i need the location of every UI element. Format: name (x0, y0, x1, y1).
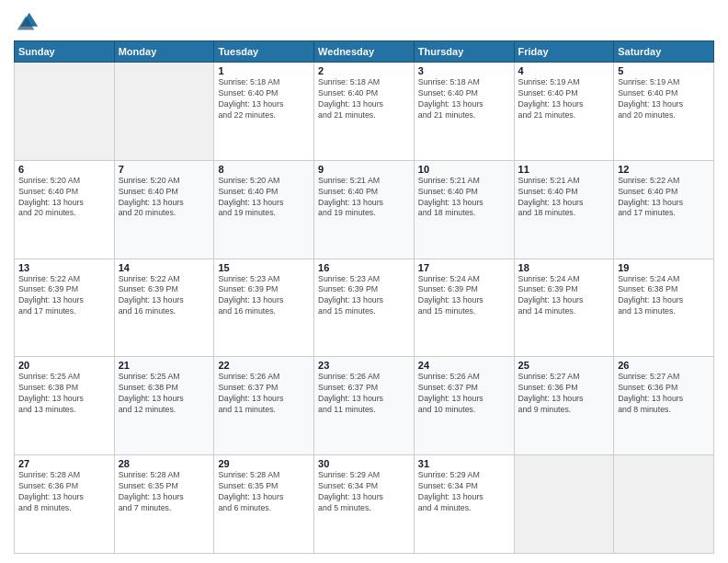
day-info: Sunrise: 5:22 AM Sunset: 6:39 PM Dayligh… (18, 274, 110, 318)
day-number: 13 (18, 262, 110, 273)
day-info: Sunrise: 5:18 AM Sunset: 6:40 PM Dayligh… (418, 77, 510, 121)
day-number: 18 (518, 262, 610, 273)
day-cell (114, 63, 214, 161)
day-number: 10 (418, 164, 510, 175)
day-number: 21 (119, 360, 210, 371)
day-info: Sunrise: 5:23 AM Sunset: 6:39 PM Dayligh… (218, 274, 310, 318)
day-header-wednesday: Wednesday (314, 41, 415, 63)
day-cell (514, 455, 614, 554)
day-info: Sunrise: 5:24 AM Sunset: 6:38 PM Dayligh… (618, 274, 710, 318)
day-header-thursday: Thursday (414, 41, 514, 63)
day-cell: 31Sunrise: 5:29 AM Sunset: 6:34 PM Dayli… (414, 455, 514, 554)
day-info: Sunrise: 5:29 AM Sunset: 6:34 PM Dayligh… (318, 470, 410, 514)
day-number: 27 (18, 458, 110, 469)
day-info: Sunrise: 5:25 AM Sunset: 6:38 PM Dayligh… (18, 372, 110, 416)
day-cell: 17Sunrise: 5:24 AM Sunset: 6:39 PM Dayli… (414, 259, 514, 357)
day-info: Sunrise: 5:27 AM Sunset: 6:36 PM Dayligh… (518, 372, 610, 416)
day-header-sunday: Sunday (15, 41, 115, 63)
day-info: Sunrise: 5:26 AM Sunset: 6:37 PM Dayligh… (418, 372, 510, 416)
day-cell: 16Sunrise: 5:23 AM Sunset: 6:39 PM Dayli… (314, 259, 415, 357)
day-info: Sunrise: 5:29 AM Sunset: 6:34 PM Dayligh… (418, 470, 510, 514)
day-cell: 24Sunrise: 5:26 AM Sunset: 6:37 PM Dayli… (414, 357, 514, 455)
day-info: Sunrise: 5:21 AM Sunset: 6:40 PM Dayligh… (418, 176, 510, 220)
day-cell (614, 455, 714, 554)
day-info: Sunrise: 5:18 AM Sunset: 6:40 PM Dayligh… (218, 77, 310, 121)
day-info: Sunrise: 5:18 AM Sunset: 6:40 PM Dayligh… (318, 77, 410, 121)
day-number: 29 (218, 458, 310, 469)
day-cell: 4Sunrise: 5:19 AM Sunset: 6:40 PM Daylig… (514, 63, 614, 161)
week-row-4: 20Sunrise: 5:25 AM Sunset: 6:38 PM Dayli… (15, 357, 714, 455)
day-cell: 9Sunrise: 5:21 AM Sunset: 6:40 PM Daylig… (314, 160, 415, 259)
day-number: 7 (119, 164, 210, 175)
day-cell: 12Sunrise: 5:22 AM Sunset: 6:40 PM Dayli… (614, 160, 714, 259)
day-cell: 11Sunrise: 5:21 AM Sunset: 6:40 PM Dayli… (514, 160, 614, 259)
day-header-saturday: Saturday (614, 41, 714, 63)
week-row-5: 27Sunrise: 5:28 AM Sunset: 6:36 PM Dayli… (15, 455, 714, 554)
day-number: 17 (418, 262, 510, 273)
day-cell: 21Sunrise: 5:25 AM Sunset: 6:38 PM Dayli… (114, 357, 214, 455)
day-info: Sunrise: 5:26 AM Sunset: 6:37 PM Dayligh… (318, 372, 410, 416)
day-cell: 18Sunrise: 5:24 AM Sunset: 6:39 PM Dayli… (514, 259, 614, 357)
day-header-friday: Friday (514, 41, 614, 63)
day-info: Sunrise: 5:25 AM Sunset: 6:38 PM Dayligh… (119, 372, 210, 416)
day-header-monday: Monday (114, 41, 214, 63)
day-number: 1 (218, 65, 310, 76)
day-info: Sunrise: 5:22 AM Sunset: 6:39 PM Dayligh… (119, 274, 210, 318)
day-number: 23 (318, 360, 410, 371)
day-number: 24 (418, 360, 510, 371)
day-cell: 10Sunrise: 5:21 AM Sunset: 6:40 PM Dayli… (414, 160, 514, 259)
day-header-tuesday: Tuesday (214, 41, 314, 63)
day-info: Sunrise: 5:21 AM Sunset: 6:40 PM Dayligh… (518, 176, 610, 220)
day-cell: 15Sunrise: 5:23 AM Sunset: 6:39 PM Dayli… (214, 259, 314, 357)
day-cell (15, 63, 115, 161)
calendar-table: SundayMondayTuesdayWednesdayThursdayFrid… (14, 40, 714, 554)
day-number: 12 (618, 164, 710, 175)
logo-icon (14, 9, 40, 35)
day-number: 30 (318, 458, 410, 469)
header-row: SundayMondayTuesdayWednesdayThursdayFrid… (15, 41, 714, 63)
day-cell: 25Sunrise: 5:27 AM Sunset: 6:36 PM Dayli… (514, 357, 614, 455)
day-info: Sunrise: 5:28 AM Sunset: 6:35 PM Dayligh… (218, 470, 310, 514)
day-cell: 30Sunrise: 5:29 AM Sunset: 6:34 PM Dayli… (314, 455, 415, 554)
day-cell: 28Sunrise: 5:28 AM Sunset: 6:35 PM Dayli… (114, 455, 214, 554)
day-cell: 6Sunrise: 5:20 AM Sunset: 6:40 PM Daylig… (15, 160, 115, 259)
day-number: 6 (18, 164, 110, 175)
day-info: Sunrise: 5:24 AM Sunset: 6:39 PM Dayligh… (518, 274, 610, 318)
day-info: Sunrise: 5:22 AM Sunset: 6:40 PM Dayligh… (618, 176, 710, 220)
week-row-1: 1Sunrise: 5:18 AM Sunset: 6:40 PM Daylig… (15, 63, 714, 161)
week-row-3: 13Sunrise: 5:22 AM Sunset: 6:39 PM Dayli… (15, 259, 714, 357)
day-number: 25 (518, 360, 610, 371)
header (14, 9, 714, 35)
day-cell: 1Sunrise: 5:18 AM Sunset: 6:40 PM Daylig… (214, 63, 314, 161)
day-number: 20 (18, 360, 110, 371)
day-info: Sunrise: 5:28 AM Sunset: 6:35 PM Dayligh… (119, 470, 210, 514)
day-cell: 8Sunrise: 5:20 AM Sunset: 6:40 PM Daylig… (214, 160, 314, 259)
day-number: 14 (119, 262, 210, 273)
day-cell: 19Sunrise: 5:24 AM Sunset: 6:38 PM Dayli… (614, 259, 714, 357)
day-cell: 5Sunrise: 5:19 AM Sunset: 6:40 PM Daylig… (614, 63, 714, 161)
day-cell: 23Sunrise: 5:26 AM Sunset: 6:37 PM Dayli… (314, 357, 415, 455)
day-info: Sunrise: 5:21 AM Sunset: 6:40 PM Dayligh… (318, 176, 410, 220)
day-info: Sunrise: 5:19 AM Sunset: 6:40 PM Dayligh… (618, 77, 710, 121)
page: SundayMondayTuesdayWednesdayThursdayFrid… (0, 0, 728, 563)
day-cell: 22Sunrise: 5:26 AM Sunset: 6:37 PM Dayli… (214, 357, 314, 455)
day-info: Sunrise: 5:28 AM Sunset: 6:36 PM Dayligh… (18, 470, 110, 514)
day-number: 11 (518, 164, 610, 175)
day-number: 19 (618, 262, 710, 273)
day-cell: 13Sunrise: 5:22 AM Sunset: 6:39 PM Dayli… (15, 259, 115, 357)
day-cell: 3Sunrise: 5:18 AM Sunset: 6:40 PM Daylig… (414, 63, 514, 161)
day-cell: 20Sunrise: 5:25 AM Sunset: 6:38 PM Dayli… (15, 357, 115, 455)
day-number: 16 (318, 262, 410, 273)
day-info: Sunrise: 5:24 AM Sunset: 6:39 PM Dayligh… (418, 274, 510, 318)
day-number: 5 (618, 65, 710, 76)
day-number: 26 (618, 360, 710, 371)
day-number: 28 (119, 458, 210, 469)
day-info: Sunrise: 5:20 AM Sunset: 6:40 PM Dayligh… (18, 176, 110, 220)
day-number: 31 (418, 458, 510, 469)
day-number: 22 (218, 360, 310, 371)
day-cell: 7Sunrise: 5:20 AM Sunset: 6:40 PM Daylig… (114, 160, 214, 259)
day-cell: 27Sunrise: 5:28 AM Sunset: 6:36 PM Dayli… (15, 455, 115, 554)
day-number: 8 (218, 164, 310, 175)
day-info: Sunrise: 5:19 AM Sunset: 6:40 PM Dayligh… (518, 77, 610, 121)
day-info: Sunrise: 5:20 AM Sunset: 6:40 PM Dayligh… (218, 176, 310, 220)
